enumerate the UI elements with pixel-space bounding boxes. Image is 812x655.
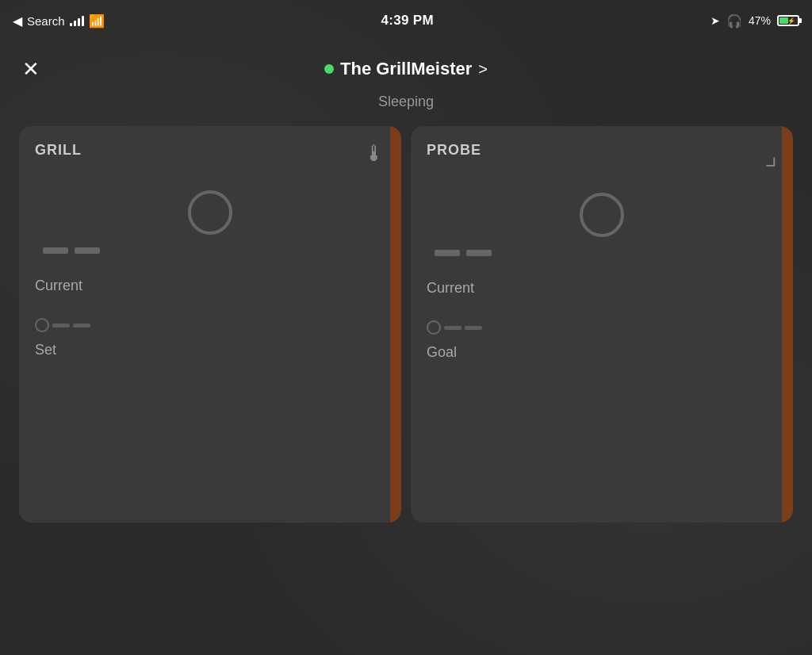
- probe-goal-dash-1: [444, 326, 462, 330]
- back-arrow-icon: ◀: [13, 13, 22, 29]
- grill-gauge-circle: [188, 190, 232, 235]
- wifi-icon: 📶: [89, 13, 105, 29]
- probe-dash-2: [466, 250, 492, 256]
- probe-goal-dashes: [444, 326, 482, 330]
- probe-goal-dash-2: [465, 326, 482, 330]
- probe-gauge-circle: [580, 193, 624, 237]
- probe-current-gauge: [427, 193, 777, 237]
- chevron-right-icon: >: [478, 60, 488, 79]
- device-status-label: Sleeping: [16, 94, 796, 110]
- probe-card-header: PROBE ⌟: [427, 142, 777, 169]
- probe-goal-label: Goal: [427, 344, 777, 361]
- grill-set-label: Set: [35, 342, 385, 358]
- device-name-button[interactable]: The GrillMeister >: [324, 59, 488, 79]
- grill-set-gauge-area: [35, 318, 385, 332]
- signal-bars-icon: [70, 15, 84, 26]
- location-icon: ➤: [710, 14, 720, 27]
- grill-card-header: GRILL 🌡: [35, 142, 385, 167]
- status-bar: ◀ Search 📶 4:39 PM ➤ 🎧 47% ⚡: [0, 0, 812, 41]
- grill-dash-2: [75, 247, 100, 254]
- close-icon: ✕: [22, 59, 40, 79]
- online-status-dot: [324, 64, 334, 74]
- device-name-label: The GrillMeister: [340, 59, 472, 79]
- grill-set-gauge-circle: [35, 318, 49, 332]
- grill-current-label: Current: [35, 278, 385, 294]
- probe-goal-gauge-circle: [427, 320, 441, 335]
- probe-current-dashes: [427, 250, 777, 256]
- headphone-icon: 🎧: [726, 13, 742, 29]
- battery-icon: ⚡: [777, 15, 799, 26]
- probe-goal-gauge-area: [427, 320, 777, 335]
- battery-percent: 47%: [749, 14, 771, 27]
- status-time: 4:39 PM: [381, 13, 434, 29]
- grill-card-title: GRILL: [35, 142, 82, 159]
- cards-container: GRILL 🌡 Current: [16, 126, 796, 523]
- probe-icon: ⌟: [763, 142, 777, 169]
- grill-current-dashes: [35, 247, 385, 254]
- header: ✕ The GrillMeister >: [16, 49, 796, 89]
- grill-set-dash-1: [52, 324, 70, 328]
- grill-set-dash-2: [73, 324, 90, 328]
- probe-card[interactable]: PROBE ⌟ Current: [411, 126, 793, 523]
- back-label[interactable]: Search: [27, 14, 65, 28]
- status-right: ➤ 🎧 47% ⚡: [710, 13, 799, 29]
- grill-current-gauge: [35, 190, 385, 235]
- probe-dash-1: [435, 250, 460, 256]
- grill-card-accent: [390, 126, 401, 523]
- status-left: ◀ Search 📶: [13, 13, 105, 29]
- thermometer-icon: 🌡: [363, 140, 385, 167]
- probe-card-title: PROBE: [427, 142, 481, 159]
- close-button[interactable]: ✕: [16, 54, 46, 84]
- probe-card-accent: [782, 126, 793, 523]
- grill-set-dashes: [52, 324, 90, 328]
- grill-dash-1: [43, 247, 68, 254]
- main-content: ✕ The GrillMeister > Sleeping GRILL 🌡: [0, 41, 812, 538]
- probe-current-label: Current: [427, 280, 777, 297]
- grill-card[interactable]: GRILL 🌡 Current: [19, 126, 401, 523]
